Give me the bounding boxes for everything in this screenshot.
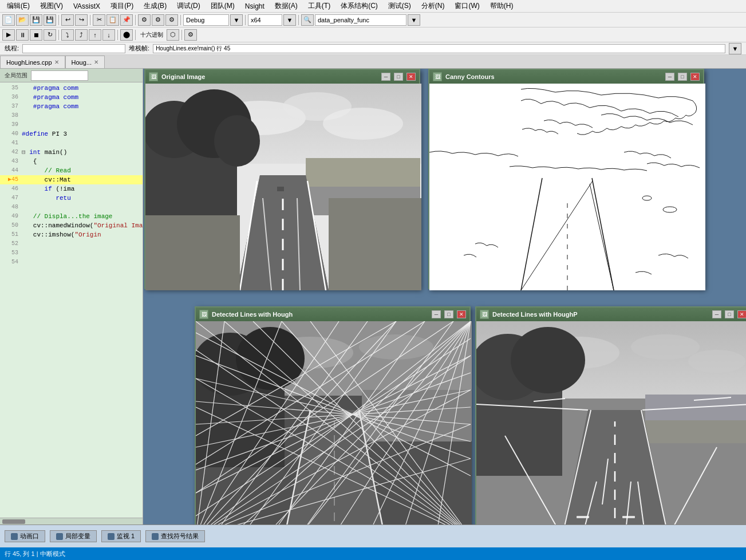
line-content-53: [22, 249, 140, 258]
toolbar-r2[interactable]: ⏸: [16, 29, 29, 41]
function-combo[interactable]: data_penalty_func: [315, 14, 406, 26]
svg-point-35: [236, 327, 305, 390]
toolbar-paste-btn[interactable]: 📌: [120, 14, 133, 26]
hough-min-btn[interactable]: ─: [432, 310, 441, 318]
toolbar-undo-btn[interactable]: ↩: [61, 14, 74, 26]
tab-houg-close[interactable]: ✕: [94, 59, 98, 65]
canny-min-btn[interactable]: ─: [665, 73, 674, 81]
editor-scope-combo[interactable]: [31, 70, 88, 81]
code-line-44: 44 // Read: [0, 166, 143, 175]
code-line-43: 43 {: [0, 157, 143, 166]
status-bar: 行 45, 列 1 | 中断模式: [0, 547, 746, 560]
bottom-tab-locals[interactable]: 局部变量: [50, 530, 97, 542]
code-line-45: ▶45 cv::Mat: [0, 175, 143, 184]
toolbar-save-btn[interactable]: 💾: [30, 14, 42, 26]
hough-close-btn[interactable]: ✕: [457, 310, 466, 318]
menu-bar: 编辑(E) 视图(V) VAssistX 项目(P) 生成(B) 调试(D) 团…: [0, 0, 746, 13]
debug-mode-dropdown[interactable]: ▼: [230, 14, 243, 26]
debug-mode-combo[interactable]: Debug: [183, 14, 229, 26]
toolbar-open-btn[interactable]: 📂: [16, 14, 29, 26]
hough-max-btn[interactable]: □: [444, 310, 453, 318]
find-tab-label: 查找符号结果: [161, 532, 199, 541]
menu-test[interactable]: 测试(S): [384, 0, 416, 12]
toolbar-more1[interactable]: ⚙: [138, 14, 151, 26]
menu-team[interactable]: 团队(M): [206, 0, 239, 12]
houghp-lines-window: 🖼 Detected Lines with HoughP ─ □ ✕: [475, 306, 746, 524]
toolbar-r6[interactable]: ⤴: [75, 29, 88, 41]
toolbar-end[interactable]: ⚙: [184, 29, 197, 41]
menu-help[interactable]: 帮助(H): [486, 0, 518, 12]
toolbar-more2[interactable]: ⚙: [152, 14, 164, 26]
original-image-svg: [145, 84, 421, 290]
houghp-close-btn[interactable]: ✕: [737, 310, 746, 318]
sep6: [298, 15, 299, 25]
code-line-36: 36 #pragma comm: [0, 93, 143, 102]
houghp-max-btn[interactable]: □: [725, 310, 734, 318]
menu-debug[interactable]: 调试(D): [172, 0, 205, 12]
toolbar-redo-btn[interactable]: ↪: [75, 14, 88, 26]
code-line-51: 51 cv::imshow("Origin: [0, 230, 143, 239]
editor-scrollbar[interactable]: [0, 518, 143, 524]
toolbar-breakpoint[interactable]: ⬤: [120, 29, 133, 41]
sep2: [90, 15, 90, 25]
locals-tab-label: 局部变量: [65, 532, 90, 541]
code-line-41: 41: [0, 139, 143, 148]
menu-analyze[interactable]: 分析(N): [417, 0, 449, 12]
sep9: [135, 30, 136, 40]
toolbar-r1[interactable]: ▶: [2, 29, 15, 41]
menu-vassistx[interactable]: VAssistX: [69, 1, 105, 11]
tab-houghlines-label: HoughLines.cpp: [6, 59, 52, 66]
menu-window[interactable]: 窗口(W): [450, 0, 484, 12]
toolbar-r3[interactable]: ⏹: [30, 29, 42, 41]
toolbar-r7[interactable]: ↑: [89, 29, 101, 41]
original-image-close-btn[interactable]: ✕: [406, 73, 416, 81]
line-num-38: 38: [2, 111, 18, 120]
stack-expand-btn[interactable]: ▼: [729, 43, 741, 54]
svg-point-88: [688, 350, 745, 373]
toolbar-copy-btn[interactable]: 📋: [106, 14, 119, 26]
houghp-min-btn[interactable]: ─: [712, 310, 721, 318]
menu-build[interactable]: 生成(B): [139, 0, 171, 12]
function-dropdown[interactable]: ▼: [408, 14, 420, 26]
original-image-max-btn[interactable]: □: [394, 73, 403, 81]
original-image-min-btn[interactable]: ─: [381, 73, 390, 81]
menu-arch[interactable]: 体系结构(C): [336, 0, 382, 12]
canny-close-btn[interactable]: ✕: [690, 73, 700, 81]
tab-houg[interactable]: Houg... ✕: [65, 56, 105, 68]
platform-dropdown[interactable]: ▼: [283, 14, 296, 26]
canny-title: Canny Contours: [445, 73, 662, 80]
thread-combo[interactable]: [22, 44, 125, 53]
menu-project[interactable]: 项目(P): [106, 0, 138, 12]
svg-point-91: [511, 327, 585, 393]
toolbar-r8[interactable]: ↓: [102, 29, 115, 41]
canny-max-btn[interactable]: □: [678, 73, 687, 81]
toolbar-r4[interactable]: ↻: [44, 29, 56, 41]
toolbar-new-btn[interactable]: 📄: [2, 14, 15, 26]
line-num-53: 53: [2, 249, 18, 258]
toolbar-saveall-btn[interactable]: 💾: [44, 14, 56, 26]
code-line-40: 40 #define PI 3: [0, 129, 143, 139]
tab-houghlines[interactable]: HoughLines.cpp ✕: [0, 56, 65, 68]
bottom-tab-watch[interactable]: 监视 1: [101, 530, 141, 542]
toolbar-r5[interactable]: ⤵: [61, 29, 74, 41]
tab-houghlines-close[interactable]: ✕: [54, 59, 59, 65]
line-content-44: // Read: [22, 166, 140, 175]
bottom-tab-find[interactable]: 查找符号结果: [145, 530, 205, 542]
toolbar-hex-btn[interactable]: ⬡: [167, 29, 179, 41]
toolbar-cut-btn[interactable]: ✂: [93, 14, 105, 26]
menu-nsight[interactable]: Nsight: [240, 1, 269, 11]
hough-content: [196, 321, 472, 524]
line-content-38: [22, 111, 140, 120]
platform-combo[interactable]: x64: [248, 14, 282, 26]
menu-edit[interactable]: 编辑(E): [2, 0, 34, 12]
stack-value[interactable]: HoughLines.exe!main() 行 45: [153, 44, 725, 53]
menu-data[interactable]: 数据(A): [270, 0, 302, 12]
sep3: [135, 15, 136, 25]
bottom-tab-animation[interactable]: 动画口: [5, 530, 45, 542]
line-num-41: 41: [2, 139, 18, 148]
houghp-titlebar: 🖼 Detected Lines with HoughP ─ □ ✕: [476, 307, 746, 321]
menu-view[interactable]: 视图(V): [35, 0, 68, 12]
menu-tools[interactable]: 工具(T): [303, 0, 335, 12]
toolbar-more3[interactable]: ⚙: [165, 14, 178, 26]
hough-titlebar: 🖼 Detected Lines with Hough ─ □ ✕: [196, 307, 469, 321]
